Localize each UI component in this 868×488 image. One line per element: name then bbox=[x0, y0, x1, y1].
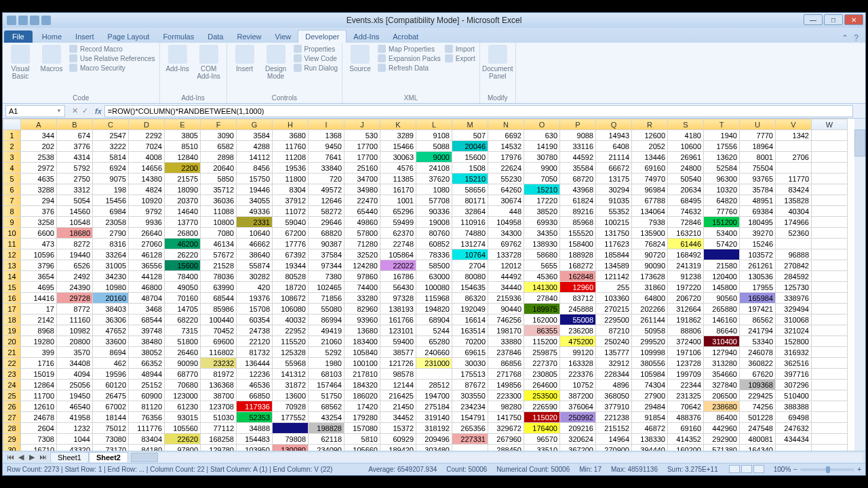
cell[interactable]: 51800 bbox=[165, 336, 201, 347]
cell[interactable]: 38403 bbox=[93, 304, 129, 314]
cell[interactable]: 21114 bbox=[596, 152, 632, 163]
cell[interactable]: 99120 bbox=[560, 347, 596, 358]
cell[interactable]: 71856 bbox=[309, 293, 344, 304]
cell[interactable]: 230805 bbox=[524, 369, 560, 380]
cell[interactable]: 245888 bbox=[560, 304, 596, 314]
cell[interactable]: 81120 bbox=[129, 401, 165, 412]
cell[interactable]: 55008 bbox=[560, 314, 596, 325]
cell[interactable]: 10980 bbox=[93, 282, 129, 293]
cell[interactable]: 44128 bbox=[129, 271, 165, 282]
row-header-12[interactable]: 12 bbox=[3, 249, 21, 260]
save-icon[interactable] bbox=[18, 16, 28, 25]
cell[interactable]: 4180 bbox=[668, 130, 704, 141]
cell[interactable]: 67002 bbox=[93, 401, 129, 412]
cell[interactable]: 57672 bbox=[201, 249, 237, 260]
cell[interactable]: 259875 bbox=[524, 347, 560, 358]
cell[interactable]: 3796 bbox=[21, 260, 57, 271]
cell[interactable]: 108672 bbox=[273, 293, 309, 304]
cell[interactable]: 105560 bbox=[165, 423, 201, 434]
cell[interactable]: 58272 bbox=[309, 206, 344, 217]
tab-page-layout[interactable]: Page Layout bbox=[101, 30, 157, 43]
cell[interactable]: 163514 bbox=[452, 325, 488, 336]
row-header-15[interactable]: 15 bbox=[3, 282, 21, 293]
cell[interactable]: 109368 bbox=[740, 380, 776, 390]
insert-control-button[interactable]: Insert bbox=[231, 45, 258, 80]
cell[interactable]: 68770 bbox=[165, 369, 201, 380]
row-header-3[interactable]: 3 bbox=[3, 152, 21, 163]
cell[interactable]: 146160 bbox=[704, 314, 740, 325]
cell[interactable]: 9792 bbox=[129, 206, 165, 217]
cell[interactable]: 133728 bbox=[488, 249, 524, 260]
cell[interactable]: 100100 bbox=[344, 358, 380, 369]
cell[interactable]: 26800 bbox=[165, 228, 201, 239]
cell[interactable]: 30030 bbox=[452, 358, 488, 369]
cell[interactable]: 26640 bbox=[129, 228, 165, 239]
cell[interactable]: 43320 bbox=[57, 445, 93, 451]
cell[interactable]: 186020 bbox=[344, 390, 380, 401]
cell[interactable]: 34055 bbox=[237, 195, 273, 206]
cell[interactable]: 168258 bbox=[201, 434, 237, 445]
cell[interactable]: 68220 bbox=[165, 314, 201, 325]
cell[interactable]: 316932 bbox=[776, 347, 812, 358]
cell[interactable]: 241319 bbox=[668, 260, 704, 271]
cell[interactable]: 5655 bbox=[524, 260, 560, 271]
cell[interactable]: 22022 bbox=[380, 260, 416, 271]
cell[interactable]: 19008 bbox=[416, 217, 452, 228]
cell[interactable]: 255 bbox=[596, 282, 632, 293]
cell[interactable]: 14656 bbox=[129, 163, 165, 174]
cell[interactable]: 67392 bbox=[273, 249, 309, 260]
cell[interactable]: 480081 bbox=[740, 434, 776, 445]
cell[interactable]: 21528 bbox=[201, 260, 237, 271]
cell[interactable]: 3584 bbox=[237, 130, 273, 141]
cell[interactable]: 69600 bbox=[201, 336, 237, 347]
tab-formulas[interactable]: Formulas bbox=[156, 30, 201, 43]
cell[interactable]: 46128 bbox=[129, 249, 165, 260]
cell[interactable]: 135828 bbox=[776, 195, 812, 206]
cell[interactable]: 22620 bbox=[165, 434, 201, 445]
cell[interactable]: 154791 bbox=[452, 412, 488, 423]
cell[interactable]: 32912 bbox=[596, 358, 632, 369]
tab-data[interactable]: Data bbox=[201, 30, 230, 43]
cell[interactable] bbox=[812, 206, 848, 217]
cell[interactable]: 288450 bbox=[488, 445, 524, 451]
cell[interactable]: 180495 bbox=[740, 217, 776, 228]
cell[interactable] bbox=[812, 174, 848, 184]
cell[interactable]: 221238 bbox=[596, 412, 632, 423]
cell[interactable]: 83712 bbox=[560, 293, 596, 304]
tab-add-ins[interactable]: Add-Ins bbox=[347, 30, 386, 43]
cell[interactable]: 12236 bbox=[237, 369, 273, 380]
cell[interactable]: 66672 bbox=[596, 163, 632, 174]
cell[interactable]: 145800 bbox=[704, 282, 740, 293]
cell[interactable]: 38052 bbox=[129, 347, 165, 358]
cell[interactable]: 33880 bbox=[488, 336, 524, 347]
cell[interactable]: 58680 bbox=[524, 249, 560, 260]
cell[interactable]: 46134 bbox=[201, 239, 237, 249]
cell[interactable]: 5292 bbox=[309, 347, 344, 358]
cell[interactable]: 12012 bbox=[488, 260, 524, 271]
cell[interactable]: 164340 bbox=[740, 445, 776, 451]
cell[interactable]: 310068 bbox=[776, 314, 812, 325]
cell[interactable]: 5814 bbox=[93, 152, 129, 163]
worksheet-grid[interactable]: ABCDEFGHIJKLMNOPQRSTUVW13446742547229238… bbox=[3, 119, 865, 451]
cell[interactable]: 3288 bbox=[21, 184, 57, 195]
cell[interactable]: 11700 bbox=[21, 390, 57, 401]
cell[interactable]: 60354 bbox=[237, 314, 273, 325]
cell[interactable]: 313280 bbox=[704, 358, 740, 369]
cell[interactable]: 11760 bbox=[273, 141, 309, 152]
cell[interactable]: 8968 bbox=[21, 325, 57, 336]
cell[interactable]: 67788 bbox=[632, 195, 668, 206]
cell[interactable]: 123101 bbox=[380, 325, 416, 336]
cell[interactable]: 20800 bbox=[57, 336, 93, 347]
cell[interactable]: 10920 bbox=[129, 195, 165, 206]
row-header-5[interactable]: 5 bbox=[3, 174, 21, 184]
col-header-G[interactable]: G bbox=[237, 119, 273, 130]
row-header-7[interactable]: 7 bbox=[3, 195, 21, 206]
cell[interactable]: 10596 bbox=[21, 249, 57, 260]
cell[interactable]: 29484 bbox=[632, 401, 668, 412]
cell[interactable]: 3312 bbox=[57, 184, 93, 195]
cell[interactable]: 176400 bbox=[524, 423, 560, 434]
cell[interactable]: 14640 bbox=[165, 206, 201, 217]
cell[interactable]: 327840 bbox=[704, 380, 740, 390]
cell[interactable]: 81732 bbox=[237, 347, 273, 358]
cell[interactable]: 10600 bbox=[668, 141, 704, 152]
